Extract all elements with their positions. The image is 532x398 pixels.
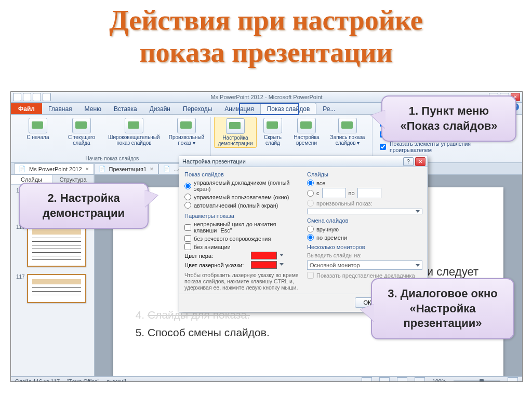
lbl-from-current: С текущего слайда — [62, 134, 101, 146]
chk-no-narration[interactable]: без речевого сопровождения — [184, 235, 300, 242]
chk-no-animation[interactable]: без анимации — [184, 243, 300, 250]
radio-advance-timed[interactable]: по времени — [307, 234, 422, 241]
label-pen-color: Цвет пера: — [184, 253, 247, 259]
lbl-rehearse: Настройка времени — [290, 134, 323, 146]
btn-record[interactable]: Запись показа слайдов ▾ — [326, 117, 369, 148]
lbl-custom-show: Произвольный показ ▾ — [167, 134, 206, 146]
callout-tail — [371, 110, 385, 129]
laser-color-picker[interactable] — [251, 261, 277, 269]
radio-custom-show: произвольный показ: — [307, 200, 422, 207]
hint-laser: Чтобы отобразить лазерную указку во врем… — [184, 272, 300, 291]
setup-show-icon — [226, 118, 245, 134]
doc-tab-1[interactable]: 📄 Ms PowerPoint 2012✕ — [14, 163, 94, 174]
tab-menu[interactable]: Меню — [78, 103, 108, 114]
dialog-help-icon[interactable]: ? — [403, 157, 414, 166]
lbl-broadcast: Широковещательный показ слайдов — [105, 134, 163, 146]
view-sorter-icon[interactable] — [379, 377, 390, 382]
monitor-dropdown[interactable]: Основной монитор — [307, 260, 422, 270]
qat-redo-icon[interactable] — [33, 93, 41, 101]
page-title: Действия при настройке показа презентаци… — [0, 0, 532, 68]
dialog-title-text: Настройка презентации — [182, 158, 246, 164]
view-reading-icon[interactable] — [397, 377, 407, 382]
status-slide-count: Слайд 116 из 117 — [15, 378, 60, 382]
close-icon[interactable]: ✕ — [85, 167, 89, 172]
lbl-record: Запись показа слайдов ▾ — [327, 134, 368, 146]
tab-insert[interactable]: Вставка — [108, 103, 143, 114]
tab-transitions[interactable]: Переходы — [177, 103, 218, 114]
btn-broadcast[interactable]: Широковещательный показ слайдов — [104, 117, 164, 147]
pen-color-picker[interactable] — [251, 252, 277, 259]
chk-loop-esc[interactable]: непрерывный цикл до нажатия клавиши "Esc… — [184, 221, 300, 234]
tab-animation[interactable]: Анимация — [218, 103, 260, 114]
radio-presenter[interactable]: управляемый докладчиком (полный экран) — [184, 180, 300, 192]
status-theme: "Тема Office" — [67, 378, 99, 382]
close-icon[interactable]: ✕ — [150, 167, 154, 172]
slide-thumb[interactable]: 117 — [16, 274, 89, 304]
spin-to[interactable] — [357, 188, 381, 198]
record-icon — [338, 118, 357, 133]
section-slides: Слайды — [307, 171, 422, 177]
lbl-hide-slide: Скрыть слайд — [260, 134, 286, 146]
callout-tail — [144, 190, 158, 208]
tab-home[interactable]: Главная — [42, 103, 78, 114]
tab-slideshow[interactable]: Показ слайдов — [260, 103, 317, 114]
doc-tab-2[interactable]: 📄 Презентация1✕ — [94, 163, 159, 174]
status-language: русский — [107, 378, 126, 382]
radio-all-slides[interactable]: все — [307, 180, 422, 186]
section-show-type: Показ слайдов — [184, 171, 300, 177]
dialog-close-button[interactable]: ✕ — [415, 157, 425, 166]
label-monitor: Выводить слайды на: — [307, 252, 422, 258]
label-laser-color: Цвет лазерной указки: — [184, 262, 247, 268]
play-from-start-icon — [29, 118, 47, 133]
radio-kiosk[interactable]: автоматический (полный экран) — [184, 202, 300, 209]
tab-design[interactable]: Дизайн — [143, 103, 177, 114]
callout-2: 2. Настройка демонстрации — [19, 183, 149, 229]
custom-show-icon — [177, 118, 196, 133]
lbl-from-start: С начала — [26, 134, 49, 140]
quick-access-toolbar — [13, 93, 51, 101]
btn-from-start[interactable]: С начала — [17, 117, 59, 147]
btn-setup-show[interactable]: Настройка демонстрации — [214, 117, 257, 148]
btn-from-current[interactable]: С текущего слайда — [61, 117, 102, 147]
radio-advance-manual[interactable]: вручную — [307, 226, 422, 232]
chk-media-controls[interactable]: Показать элементы управления проигрывате… — [378, 141, 514, 153]
broadcast-icon — [125, 118, 143, 133]
spin-from[interactable] — [322, 188, 346, 198]
radio-range-slides[interactable]: с по — [307, 188, 422, 198]
callout-3: 3. Диалоговое окно «Настройка презентаци… — [371, 278, 514, 339]
status-zoom: 100% — [432, 378, 446, 382]
qat-more-icon[interactable] — [43, 93, 51, 101]
title-line2: показа презентации — [0, 36, 532, 68]
callout-tail — [361, 304, 374, 322]
callout-1: 1. Пункт меню «Показ слайдов» — [381, 95, 516, 142]
btn-custom-show[interactable]: Произвольный показ ▾ — [166, 117, 207, 147]
slide-thumb[interactable]: 116 — [16, 224, 89, 268]
section-monitors: Несколько мониторов — [307, 244, 422, 250]
section-advance: Смена слайдов — [307, 217, 422, 224]
hide-slide-icon — [263, 118, 282, 133]
qat-save-icon[interactable] — [13, 93, 21, 101]
tab-file[interactable]: Файл — [11, 103, 42, 114]
btn-hide-slide[interactable]: Скрыть слайд — [259, 117, 287, 148]
zoom-slider[interactable] — [454, 380, 500, 382]
timer-icon — [297, 118, 316, 133]
section-show-options: Параметры показа — [184, 213, 300, 219]
play-from-current-icon — [72, 118, 91, 133]
status-bar: Слайд 116 из 117 "Тема Office" русский 1… — [11, 376, 522, 382]
qat-undo-icon[interactable] — [23, 93, 31, 101]
custom-show-dropdown — [307, 209, 422, 214]
title-line1: Действия при настройке — [0, 4, 532, 36]
radio-user-window[interactable]: управляемый пользователем (окно) — [184, 194, 300, 200]
dialog-titlebar: Настройка презентации ? ✕ — [179, 156, 428, 167]
view-slideshow-icon[interactable] — [415, 377, 425, 382]
app-title: Ms PowerPoint 2012 - Microsoft PowerPoin… — [210, 94, 322, 100]
btn-rehearse[interactable]: Настройка времени — [289, 117, 324, 148]
fit-to-window-icon[interactable] — [508, 377, 518, 382]
view-normal-icon[interactable] — [362, 377, 372, 382]
tab-more[interactable]: Ре... — [316, 103, 341, 114]
lbl-setup-show: Настройка демонстрации — [216, 135, 255, 146]
